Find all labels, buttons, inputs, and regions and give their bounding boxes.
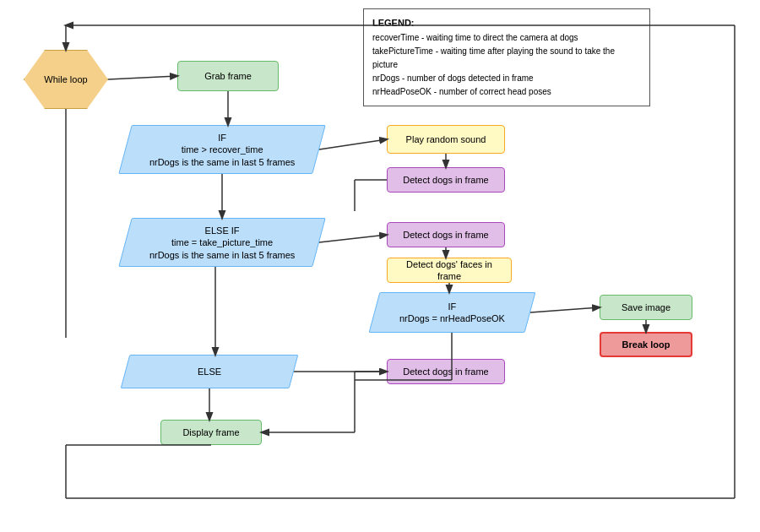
if1-label: IF time > recover_time nrDogs is the sam… bbox=[149, 132, 295, 168]
play-sound-label: Play random sound bbox=[406, 133, 486, 145]
grab-frame-label: Grab frame bbox=[204, 70, 252, 82]
detect-faces-label: Detect dogs' faces in frame bbox=[398, 258, 501, 283]
if1-node: IF time > recover_time nrDogs is the sam… bbox=[118, 125, 326, 174]
detect2-label: Detect dogs in frame bbox=[403, 229, 489, 241]
detect1-label: Detect dogs in frame bbox=[403, 174, 489, 186]
else-label: ELSE bbox=[198, 366, 221, 377]
legend-item-1: recoverTime - waiting time to direct the… bbox=[372, 31, 641, 45]
else-node: ELSE bbox=[121, 355, 299, 388]
detect3-node: Detect dogs in frame bbox=[387, 359, 505, 384]
legend-item-2: takePictureTime - waiting time after pla… bbox=[372, 45, 641, 72]
svg-line-6 bbox=[319, 235, 387, 242]
svg-line-3 bbox=[319, 139, 387, 149]
svg-line-9 bbox=[530, 307, 600, 312]
if2-node: IF nrDogs = nrHeadPoseOK bbox=[369, 292, 536, 333]
else-if-label: ELSE IF time = take_picture_time nrDogs … bbox=[149, 225, 295, 261]
break-loop-node: Break loop bbox=[600, 332, 692, 357]
else-if-line3: nrDogs is the same in last 5 frames bbox=[149, 248, 295, 260]
else-if-node: ELSE IF time = take_picture_time nrDogs … bbox=[118, 218, 326, 267]
if2-label: IF nrDogs = nrHeadPoseOK bbox=[399, 301, 505, 325]
legend-box: LEGEND: recoverTime - waiting time to di… bbox=[363, 8, 650, 106]
while-loop-label: While loop bbox=[44, 73, 87, 85]
if1-line2: time > recover_time bbox=[149, 144, 295, 155]
save-image-node: Save image bbox=[600, 295, 692, 320]
display-frame-node: Display frame bbox=[160, 420, 262, 445]
break-loop-label: Break loop bbox=[622, 339, 670, 350]
if2-line2: nrDogs = nrHeadPoseOK bbox=[399, 312, 505, 324]
detect2-node: Detect dogs in frame bbox=[387, 222, 505, 247]
svg-line-1 bbox=[108, 76, 177, 79]
legend-item-4: nrHeadPoseOK - number of correct head po… bbox=[372, 85, 641, 99]
if1-line1: IF bbox=[149, 132, 295, 144]
if1-line3: nrDogs is the same in last 5 frames bbox=[149, 155, 295, 167]
else-if-line2: time = take_picture_time bbox=[149, 236, 295, 248]
detect-faces-node: Detect dogs' faces in frame bbox=[387, 258, 512, 283]
detect1-node: Detect dogs in frame bbox=[387, 167, 505, 193]
if2-line1: IF bbox=[399, 301, 505, 312]
play-sound-node: Play random sound bbox=[387, 125, 505, 154]
flowchart-diagram: LEGEND: recoverTime - waiting time to di… bbox=[0, 0, 760, 532]
detect3-label: Detect dogs in frame bbox=[403, 366, 489, 377]
else-text: ELSE bbox=[198, 366, 221, 377]
legend-item-3: nrDogs - number of dogs detected in fram… bbox=[372, 72, 641, 85]
legend-title: LEGEND: bbox=[372, 16, 641, 31]
save-image-label: Save image bbox=[622, 301, 670, 313]
display-frame-label: Display frame bbox=[182, 426, 239, 438]
grab-frame-node: Grab frame bbox=[177, 61, 279, 91]
while-loop-node: While loop bbox=[24, 50, 108, 109]
else-if-line1: ELSE IF bbox=[149, 225, 295, 236]
